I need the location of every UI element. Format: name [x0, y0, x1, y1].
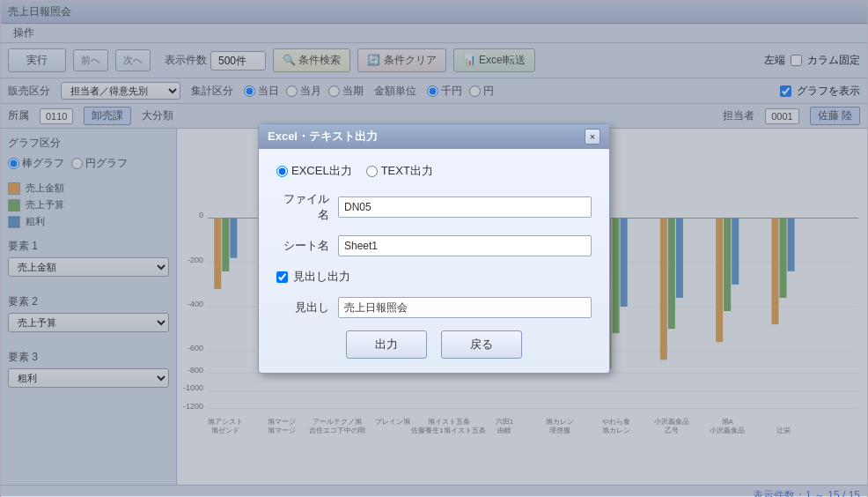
header-label: 見出し	[276, 300, 329, 315]
excel-output-option[interactable]: EXCEL出力	[276, 163, 352, 179]
modal-overlay: Excel・テキスト出力 × EXCEL出力 TEXT出力	[1, 1, 867, 496]
text-output-option[interactable]: TEXT出力	[366, 163, 433, 179]
header-value-row: 見出し	[276, 297, 592, 318]
modal-buttons: 出力 戻る	[276, 330, 592, 359]
filename-label: ファイル名	[276, 191, 329, 223]
modal-title: Excel・テキスト出力	[268, 129, 378, 145]
sheet-input[interactable]	[338, 235, 592, 256]
header-output-checkbox[interactable]	[276, 271, 288, 283]
output-type-radio-group: EXCEL出力 TEXT出力	[276, 163, 433, 179]
sheetname-row: シート名	[276, 235, 592, 256]
header-input[interactable]	[338, 297, 592, 318]
back-button[interactable]: 戻る	[441, 330, 522, 359]
main-window: 売上日報照会 操作 実行 前へ 次へ 表示件数 500件 🔍 条件検索 🔄 条件…	[0, 0, 868, 497]
excel-output-label: EXCEL出力	[291, 163, 352, 179]
modal-dialog: Excel・テキスト出力 × EXCEL出力 TEXT出力	[258, 123, 610, 374]
filename-input[interactable]	[338, 197, 592, 218]
header-output-row: 見出し出力	[276, 269, 592, 285]
text-output-label: TEXT出力	[381, 163, 433, 179]
modal-title-bar: Excel・テキスト出力 ×	[259, 124, 609, 149]
header-output-label: 見出し出力	[293, 269, 350, 285]
output-type-row: EXCEL出力 TEXT出力	[276, 163, 592, 179]
modal-body: EXCEL出力 TEXT出力 ファイル名 シート名	[259, 149, 609, 373]
filename-row: ファイル名	[276, 191, 592, 223]
output-button[interactable]: 出力	[346, 330, 427, 359]
modal-close-button[interactable]: ×	[585, 129, 600, 145]
sheet-label: シート名	[276, 238, 329, 254]
